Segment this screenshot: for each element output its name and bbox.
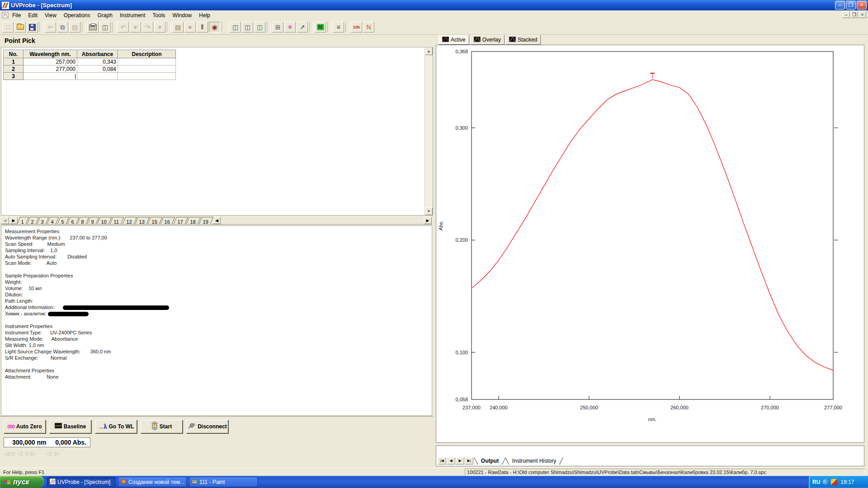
language-indicator[interactable]: RU (812, 479, 820, 485)
table-cell[interactable] (118, 66, 176, 73)
properties-text: Slit Width: 1,0 nm (5, 343, 44, 348)
disconnect-button[interactable]: Disconnect (186, 420, 228, 433)
scroll-down-button[interactable]: ▼ (425, 207, 433, 215)
open-button[interactable] (14, 22, 26, 33)
sheet-tab-19[interactable]: 19 (199, 217, 214, 224)
output-tab-instrument-history[interactable]: Instrument History (509, 458, 559, 464)
output-tab-output[interactable]: Output (478, 458, 501, 464)
auto-zero-button[interactable]: 000Auto Zero (4, 420, 46, 433)
tabs-scroll-right-button[interactable]: ▶ (9, 217, 18, 224)
log-sheet-button[interactable]: ▤ (172, 22, 184, 33)
graph-refresh-button[interactable]: ◫ (254, 22, 265, 33)
column-header[interactable]: Absorbance (77, 50, 118, 58)
language-tray-icon[interactable] (822, 479, 829, 485)
derivative-button[interactable]: 1dx (351, 22, 362, 33)
minimize-button[interactable]: – (835, 1, 845, 9)
print-preview-button[interactable]: ◫ (99, 22, 111, 33)
instrument-monitor-button[interactable]: ◉ (209, 22, 220, 33)
pause-monitor-button[interactable]: ‖ (197, 22, 208, 33)
goto-wl-button[interactable]: →λGo To WL (95, 420, 137, 433)
redo-button[interactable]: ↷ (142, 22, 153, 33)
properties-line (5, 266, 432, 272)
menu-tools[interactable]: Tools (149, 11, 169, 19)
record-navigation-arrows[interactable]: ◁◁ ◁ ▷▷ ◁ ▷ (5, 450, 122, 457)
graph-zoom-button[interactable]: ◫ (242, 22, 253, 33)
menu-instrument[interactable]: Instrument (116, 11, 149, 19)
add-data-button[interactable]: ⊞ (272, 22, 283, 33)
scroll-up-button[interactable]: ▲ (425, 47, 433, 55)
customize-button[interactable]: ✳ (284, 22, 296, 33)
print-button[interactable] (87, 22, 99, 33)
table-cell[interactable]: 0,343 (77, 58, 118, 66)
taskbar-task-1[interactable]: UVProbe - [Spectrum] (47, 477, 116, 487)
properties-text: Scan Mode: Auto (5, 260, 57, 266)
goto-wl-icon: →λ (98, 423, 107, 430)
mdi-minimize-button[interactable]: – (842, 11, 850, 18)
tabs-more-left-button[interactable]: ◀ (212, 217, 221, 224)
table-cell[interactable] (24, 73, 77, 80)
baseline-button[interactable]: Baseline (49, 420, 91, 433)
sheet-vertical-scrollbar[interactable]: ▲ ▼ (425, 47, 433, 215)
export-graph-button[interactable]: ↗ (297, 22, 308, 33)
menu-graph[interactable]: Graph (94, 11, 116, 19)
row-header[interactable]: 1 (4, 58, 24, 66)
sheet-tab-16[interactable]: 16 (160, 217, 175, 224)
spectrum-colors-button[interactable]: ≈ (184, 22, 196, 33)
output-next-button[interactable]: ▶ (456, 457, 464, 465)
undo-button[interactable]: ↶ (118, 22, 129, 33)
menu-operations[interactable]: Operations (60, 11, 94, 19)
graph-window-button[interactable]: ◫ (230, 22, 241, 33)
graph-tab-overlay[interactable]: Overlay (470, 35, 505, 45)
close-button[interactable]: × (857, 1, 867, 9)
tabs-scroll-left-button[interactable]: ◀ (1, 217, 9, 224)
graph-tab-active[interactable]: Active (439, 35, 469, 45)
sheet-tab-12[interactable]: 12 (122, 217, 137, 224)
properties-line: Measurement Properties (5, 228, 432, 235)
table-cell[interactable]: 257,000 (24, 58, 77, 66)
svg-text:237,000: 237,000 (462, 405, 481, 410)
column-header[interactable]: No. (4, 50, 24, 58)
sheet-tab-label: 2 (31, 219, 34, 225)
sheet-tab-11[interactable]: 11 (110, 217, 124, 224)
menu-help[interactable]: Help (195, 11, 214, 19)
overlay-n-button[interactable]: N (363, 22, 374, 33)
start-button[interactable]: пуск (0, 476, 44, 488)
graph-area[interactable]: 0,3680,3000,2000,1000,058237,000240,0002… (436, 45, 864, 443)
undo-menu-button[interactable]: ▾ (130, 22, 141, 33)
mdi-close-button[interactable]: × (859, 11, 866, 18)
sheet-tab-17[interactable]: 17 (173, 217, 188, 224)
start-button[interactable]: Start (141, 420, 183, 433)
menu-edit[interactable]: Edit (24, 11, 41, 19)
taskbar-task-2[interactable]: Создание новой тем... (118, 477, 187, 487)
output-prev-button[interactable]: ◀ (447, 457, 455, 465)
graph-tab-stacked[interactable]: Stacked (505, 35, 541, 45)
menu-file[interactable]: File (9, 11, 24, 19)
taskbar-task-3[interactable]: 111 - Paint (189, 477, 258, 487)
table-cell[interactable]: 0,084 (77, 66, 118, 73)
menu-window[interactable]: Window (169, 11, 196, 19)
table-cell[interactable] (118, 73, 176, 80)
column-header[interactable]: Description (118, 50, 176, 58)
redo-menu-button[interactable]: ▾ (154, 22, 165, 33)
mdi-restore-button[interactable]: ❐ (850, 11, 858, 18)
tabs-more-right-button[interactable]: ▶ (424, 217, 432, 224)
maximize-button[interactable]: ❐ (846, 1, 856, 9)
output-first-button[interactable]: |◀ (438, 457, 446, 465)
paste-button[interactable]: ▤ (69, 22, 80, 33)
status-tray-icon[interactable] (831, 479, 837, 485)
save-button[interactable] (27, 22, 38, 33)
row-header[interactable]: 2 (4, 66, 24, 73)
edit-caret (75, 74, 75, 79)
table-cell[interactable]: 277,000 (24, 66, 77, 73)
menu-view[interactable]: View (41, 11, 60, 19)
copy-button[interactable]: ⧉ (57, 22, 68, 33)
column-header[interactable]: Wavelength nm. (24, 50, 77, 58)
new-button[interactable]: □ (2, 22, 14, 33)
cut-button[interactable]: ✂ (45, 22, 56, 33)
report-button[interactable]: ≡ (333, 22, 344, 33)
output-last-button[interactable]: ▶| (465, 457, 473, 465)
table-cell[interactable] (118, 58, 176, 66)
method-button[interactable]: M (315, 22, 326, 33)
row-header[interactable]: 3 (4, 73, 24, 80)
table-cell[interactable] (77, 73, 118, 80)
